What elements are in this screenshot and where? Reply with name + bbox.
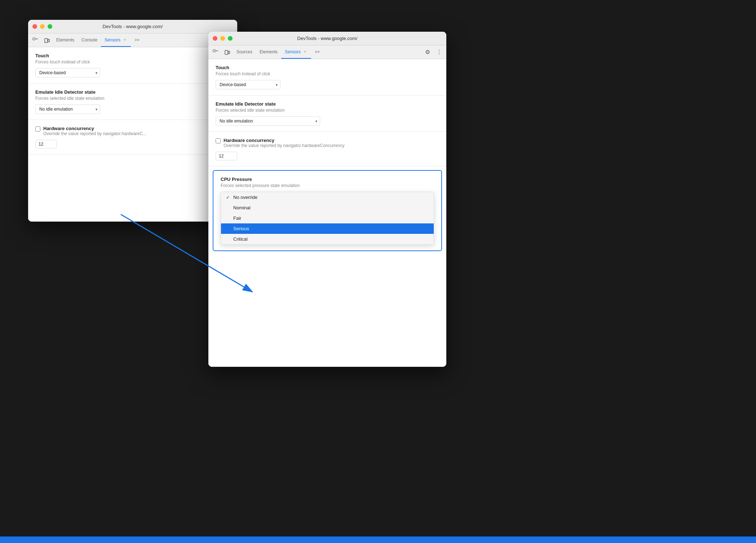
hardware-value-2[interactable] xyxy=(216,152,237,160)
close-btn-2[interactable] xyxy=(213,36,217,41)
tab-sources-2[interactable]: Sources xyxy=(233,45,256,59)
idle-select-1[interactable]: No idle emulation xyxy=(35,104,100,114)
idle-select-2[interactable]: No idle emulation xyxy=(216,116,320,126)
maximize-btn-1[interactable] xyxy=(48,24,52,29)
cpu-option-critical[interactable]: Critical xyxy=(221,234,434,244)
window-title-2: DevTools - www.google.com/ xyxy=(297,36,358,41)
hardware-section-1: Hardware concurrency Override the value … xyxy=(28,120,237,155)
content-1: Touch Forces touch instead of click Devi… xyxy=(28,47,237,222)
cpu-option-fair[interactable]: Fair xyxy=(221,213,434,223)
content-2: Touch Forces touch instead of click Devi… xyxy=(208,59,446,367)
hardware-checkbox-row-2: Hardware concurrency Override the value … xyxy=(216,138,439,148)
hardware-desc-1: Override the value reported by navigator… xyxy=(43,131,146,136)
tab-elements-1[interactable]: Elements xyxy=(53,34,78,47)
cpu-pressure-section: CPU Pressure Forces selected pressure st… xyxy=(213,170,442,251)
tab-sensors-2[interactable]: Sensors × xyxy=(281,45,311,59)
window-title-1: DevTools - www.google.com/ xyxy=(103,24,163,29)
tab-close-sensors-2[interactable]: × xyxy=(302,49,308,54)
tab-sensors-1[interactable]: Sensors × xyxy=(101,34,131,47)
minimize-btn-2[interactable] xyxy=(220,36,225,41)
touch-section-2: Touch Forces touch instead of click Devi… xyxy=(208,59,446,95)
hardware-section-2: Hardware concurrency Override the value … xyxy=(208,132,446,166)
window-controls-2 xyxy=(213,36,233,41)
hardware-checkbox-2[interactable] xyxy=(216,138,221,143)
cpu-desc: Forces selected pressure state emulation xyxy=(221,183,434,188)
idle-section-2: Emulate Idle Detector state Forces selec… xyxy=(208,95,446,132)
tab-more-2[interactable]: >> xyxy=(311,45,323,59)
device-icon-2[interactable] xyxy=(221,45,233,59)
toolbar-1: Elements Console Sensors × >> xyxy=(28,34,237,47)
devtools-window-1: DevTools - www.google.com/ Elements Cons… xyxy=(28,20,237,222)
device-icon-1[interactable] xyxy=(41,34,53,47)
tab-console-1[interactable]: Console xyxy=(78,34,101,47)
cpu-option-serious[interactable]: Serious xyxy=(221,223,434,234)
touch-title-2: Touch xyxy=(216,65,439,70)
idle-desc-1: Forces selected idle state emulation xyxy=(35,96,230,101)
hardware-labels-1: Hardware concurrency Override the value … xyxy=(43,126,146,136)
touch-select-wrapper-2: Device-based ▾ xyxy=(216,80,280,89)
titlebar-2: DevTools - www.google.com/ xyxy=(208,32,446,45)
toolbar-2: Sources Elements Sensors × >> ⚙ ⋮ xyxy=(208,45,446,59)
idle-title-1: Emulate Idle Detector state xyxy=(35,89,230,95)
svg-rect-8 xyxy=(225,50,228,54)
touch-section-1: Touch Forces touch instead of click Devi… xyxy=(28,47,237,84)
inspect-icon-1[interactable] xyxy=(30,34,41,47)
cpu-title: CPU Pressure xyxy=(221,177,434,182)
idle-desc-2: Forces selected idle state emulation xyxy=(216,108,439,113)
svg-rect-6 xyxy=(213,50,215,52)
tab-more-1[interactable]: >> xyxy=(131,34,143,47)
touch-desc-1: Forces touch instead of click xyxy=(35,59,230,64)
idle-section-1: Emulate Idle Detector state Forces selec… xyxy=(28,84,237,120)
inspect-icon-2[interactable] xyxy=(210,45,221,59)
idle-title-2: Emulate Idle Detector state xyxy=(216,101,439,107)
more-icon-2[interactable]: ⋮ xyxy=(434,47,444,57)
hardware-checkbox-row-1: Hardware concurrency Override the value … xyxy=(35,126,230,136)
idle-select-wrapper-1: No idle emulation ▾ xyxy=(35,104,100,114)
svg-rect-2 xyxy=(45,39,48,43)
devtools-window-2: DevTools - www.google.com/ Sources Eleme… xyxy=(208,32,446,367)
hardware-value-1[interactable] xyxy=(35,140,57,148)
touch-select-wrapper-1: Device-based ▾ xyxy=(35,68,100,77)
touch-select-1[interactable]: Device-based xyxy=(35,68,100,77)
svg-rect-0 xyxy=(33,38,35,40)
hardware-labels-2: Hardware concurrency Override the value … xyxy=(224,138,345,148)
tab-elements-2[interactable]: Elements xyxy=(256,45,281,59)
svg-rect-3 xyxy=(48,39,49,42)
close-btn-1[interactable] xyxy=(32,24,37,29)
touch-select-2[interactable]: Device-based xyxy=(216,80,280,89)
hardware-checkbox-1[interactable] xyxy=(35,126,40,132)
hardware-title-2: Hardware concurrency xyxy=(224,138,345,143)
cpu-option-no-override[interactable]: ✓ No override xyxy=(221,192,434,202)
tab-close-sensors-1[interactable]: × xyxy=(122,37,127,43)
checkmark-no-override: ✓ xyxy=(226,195,231,200)
hardware-desc-2: Override the value reported by navigator… xyxy=(224,143,345,148)
window-controls-1 xyxy=(32,24,52,29)
maximize-btn-2[interactable] xyxy=(228,36,233,41)
titlebar-1: DevTools - www.google.com/ xyxy=(28,20,237,34)
svg-rect-9 xyxy=(228,51,230,54)
minimize-btn-1[interactable] xyxy=(40,24,45,29)
idle-select-wrapper-2: No idle emulation ▾ xyxy=(216,116,320,126)
hardware-title-1: Hardware concurrency xyxy=(43,126,146,131)
bottom-bar xyxy=(0,537,756,543)
touch-title-1: Touch xyxy=(35,53,230,58)
gear-icon-2[interactable]: ⚙ xyxy=(423,47,433,57)
cpu-option-nominal[interactable]: Nominal xyxy=(221,202,434,213)
touch-desc-2: Forces touch instead of click xyxy=(216,71,439,76)
cpu-dropdown: ✓ No override Nominal Fair Serious xyxy=(221,192,434,245)
